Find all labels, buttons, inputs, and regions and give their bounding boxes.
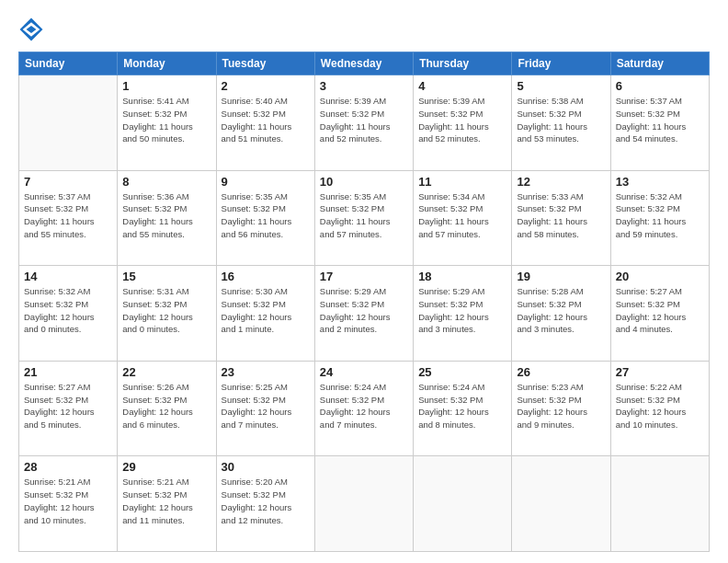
weekday-header-tuesday: Tuesday	[216, 52, 314, 75]
calendar-cell: 6Sunrise: 5:37 AM Sunset: 5:32 PM Daylig…	[610, 75, 709, 171]
day-info: Sunrise: 5:38 AM Sunset: 5:32 PM Dayligh…	[517, 95, 605, 145]
day-number: 29	[122, 460, 210, 474]
day-number: 16	[222, 270, 310, 283]
day-info: Sunrise: 5:35 AM Sunset: 5:32 PM Dayligh…	[320, 190, 408, 241]
weekday-header-row: SundayMondayTuesdayWednesdayThursdayFrid…	[19, 52, 710, 75]
calendar-cell: 11Sunrise: 5:34 AM Sunset: 5:32 PM Dayli…	[414, 170, 512, 266]
day-info: Sunrise: 5:21 AM Sunset: 5:32 PM Dayligh…	[122, 476, 210, 526]
calendar-cell: 27Sunrise: 5:22 AM Sunset: 5:32 PM Dayli…	[610, 361, 709, 456]
day-number: 12	[517, 175, 605, 189]
calendar-cell: 25Sunrise: 5:24 AM Sunset: 5:32 PM Dayli…	[414, 361, 512, 456]
day-info: Sunrise: 5:40 AM Sunset: 5:32 PM Dayligh…	[222, 95, 310, 145]
day-number: 2	[222, 79, 310, 93]
day-info: Sunrise: 5:25 AM Sunset: 5:32 PM Dayligh…	[222, 381, 310, 431]
calendar-week-3: 14Sunrise: 5:32 AM Sunset: 5:32 PM Dayli…	[19, 266, 710, 362]
day-number: 22	[122, 365, 210, 379]
calendar-week-5: 28Sunrise: 5:21 AM Sunset: 5:32 PM Dayli…	[19, 456, 710, 552]
logo-icon	[18, 17, 44, 42]
calendar-cell: 30Sunrise: 5:20 AM Sunset: 5:32 PM Dayli…	[216, 456, 314, 552]
day-number: 9	[222, 175, 310, 189]
day-number: 11	[418, 175, 506, 189]
header	[18, 17, 710, 42]
day-number: 20	[616, 270, 704, 283]
weekday-header-saturday: Saturday	[610, 52, 709, 75]
calendar-cell: 7Sunrise: 5:37 AM Sunset: 5:32 PM Daylig…	[19, 170, 118, 266]
day-info: Sunrise: 5:27 AM Sunset: 5:32 PM Dayligh…	[24, 381, 112, 431]
calendar-cell	[19, 75, 118, 171]
calendar-cell: 2Sunrise: 5:40 AM Sunset: 5:32 PM Daylig…	[216, 75, 314, 171]
calendar-cell: 19Sunrise: 5:28 AM Sunset: 5:32 PM Dayli…	[512, 266, 610, 362]
calendar-cell: 29Sunrise: 5:21 AM Sunset: 5:32 PM Dayli…	[118, 456, 216, 552]
day-number: 17	[320, 270, 408, 283]
day-info: Sunrise: 5:34 AM Sunset: 5:32 PM Dayligh…	[418, 190, 506, 241]
day-number: 7	[24, 175, 112, 189]
day-info: Sunrise: 5:39 AM Sunset: 5:32 PM Dayligh…	[418, 95, 506, 145]
day-info: Sunrise: 5:24 AM Sunset: 5:32 PM Dayligh…	[320, 381, 408, 431]
day-number: 13	[616, 175, 704, 189]
calendar-cell: 24Sunrise: 5:24 AM Sunset: 5:32 PM Dayli…	[314, 361, 413, 456]
day-info: Sunrise: 5:35 AM Sunset: 5:32 PM Dayligh…	[222, 190, 310, 241]
day-number: 14	[24, 270, 112, 283]
day-info: Sunrise: 5:37 AM Sunset: 5:32 PM Dayligh…	[24, 190, 112, 241]
weekday-header-monday: Monday	[118, 52, 216, 75]
calendar-cell: 10Sunrise: 5:35 AM Sunset: 5:32 PM Dayli…	[314, 170, 413, 266]
calendar-header: SundayMondayTuesdayWednesdayThursdayFrid…	[19, 52, 710, 75]
weekday-header-sunday: Sunday	[19, 52, 118, 75]
day-number: 23	[222, 365, 310, 379]
day-info: Sunrise: 5:31 AM Sunset: 5:32 PM Dayligh…	[122, 285, 210, 336]
day-info: Sunrise: 5:29 AM Sunset: 5:32 PM Dayligh…	[320, 285, 408, 336]
day-number: 15	[122, 270, 210, 283]
day-number: 21	[24, 365, 112, 379]
day-info: Sunrise: 5:28 AM Sunset: 5:32 PM Dayligh…	[517, 285, 605, 336]
day-number: 3	[320, 79, 408, 93]
day-info: Sunrise: 5:26 AM Sunset: 5:32 PM Dayligh…	[122, 381, 210, 431]
day-number: 24	[320, 365, 408, 379]
calendar-cell: 16Sunrise: 5:30 AM Sunset: 5:32 PM Dayli…	[216, 266, 314, 362]
calendar-cell: 15Sunrise: 5:31 AM Sunset: 5:32 PM Dayli…	[118, 266, 216, 362]
calendar-cell: 4Sunrise: 5:39 AM Sunset: 5:32 PM Daylig…	[414, 75, 512, 171]
day-number: 6	[616, 79, 704, 93]
weekday-header-wednesday: Wednesday	[314, 52, 413, 75]
day-number: 25	[418, 365, 506, 379]
day-info: Sunrise: 5:24 AM Sunset: 5:32 PM Dayligh…	[418, 381, 506, 431]
calendar-cell: 17Sunrise: 5:29 AM Sunset: 5:32 PM Dayli…	[314, 266, 413, 362]
calendar-cell	[414, 456, 512, 552]
day-info: Sunrise: 5:32 AM Sunset: 5:32 PM Dayligh…	[616, 190, 704, 241]
day-info: Sunrise: 5:29 AM Sunset: 5:32 PM Dayligh…	[418, 285, 506, 336]
day-number: 18	[418, 270, 506, 283]
calendar-week-1: 1Sunrise: 5:41 AM Sunset: 5:32 PM Daylig…	[19, 75, 710, 171]
calendar-cell: 5Sunrise: 5:38 AM Sunset: 5:32 PM Daylig…	[512, 75, 610, 171]
calendar-cell: 13Sunrise: 5:32 AM Sunset: 5:32 PM Dayli…	[610, 170, 709, 266]
calendar-cell	[610, 456, 709, 552]
calendar-cell: 22Sunrise: 5:26 AM Sunset: 5:32 PM Dayli…	[118, 361, 216, 456]
day-info: Sunrise: 5:30 AM Sunset: 5:32 PM Dayligh…	[222, 285, 310, 336]
calendar-week-4: 21Sunrise: 5:27 AM Sunset: 5:32 PM Dayli…	[19, 361, 710, 456]
day-number: 27	[616, 365, 704, 379]
calendar-cell: 26Sunrise: 5:23 AM Sunset: 5:32 PM Dayli…	[512, 361, 610, 456]
calendar-cell: 12Sunrise: 5:33 AM Sunset: 5:32 PM Dayli…	[512, 170, 610, 266]
day-info: Sunrise: 5:39 AM Sunset: 5:32 PM Dayligh…	[320, 95, 408, 145]
day-info: Sunrise: 5:21 AM Sunset: 5:32 PM Dayligh…	[24, 476, 112, 526]
calendar-cell: 23Sunrise: 5:25 AM Sunset: 5:32 PM Dayli…	[216, 361, 314, 456]
calendar-cell	[314, 456, 413, 552]
day-number: 28	[24, 460, 112, 474]
logo	[18, 17, 48, 42]
day-info: Sunrise: 5:20 AM Sunset: 5:32 PM Dayligh…	[222, 476, 310, 526]
day-number: 8	[122, 175, 210, 189]
calendar-cell: 3Sunrise: 5:39 AM Sunset: 5:32 PM Daylig…	[314, 75, 413, 171]
day-info: Sunrise: 5:41 AM Sunset: 5:32 PM Dayligh…	[122, 95, 210, 145]
calendar-cell: 1Sunrise: 5:41 AM Sunset: 5:32 PM Daylig…	[118, 75, 216, 171]
day-info: Sunrise: 5:32 AM Sunset: 5:32 PM Dayligh…	[24, 285, 112, 336]
calendar-cell: 21Sunrise: 5:27 AM Sunset: 5:32 PM Dayli…	[19, 361, 118, 456]
day-number: 4	[418, 79, 506, 93]
calendar-table: SundayMondayTuesdayWednesdayThursdayFrid…	[18, 52, 710, 552]
day-info: Sunrise: 5:36 AM Sunset: 5:32 PM Dayligh…	[122, 190, 210, 241]
day-number: 10	[320, 175, 408, 189]
calendar-cell: 20Sunrise: 5:27 AM Sunset: 5:32 PM Dayli…	[610, 266, 709, 362]
day-number: 26	[517, 365, 605, 379]
calendar-cell: 18Sunrise: 5:29 AM Sunset: 5:32 PM Dayli…	[414, 266, 512, 362]
day-info: Sunrise: 5:37 AM Sunset: 5:32 PM Dayligh…	[616, 95, 704, 145]
day-number: 5	[517, 79, 605, 93]
calendar-week-2: 7Sunrise: 5:37 AM Sunset: 5:32 PM Daylig…	[19, 170, 710, 266]
day-info: Sunrise: 5:22 AM Sunset: 5:32 PM Dayligh…	[616, 381, 704, 431]
